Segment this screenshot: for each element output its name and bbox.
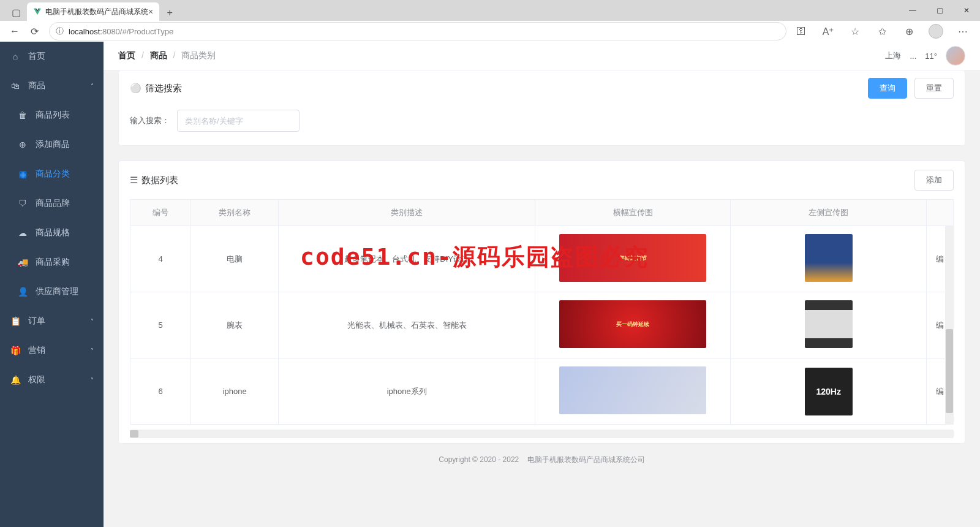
bag-icon: 🛍 [10,81,21,91]
breadcrumb-product[interactable]: 商品 [150,50,167,60]
maximize-button[interactable]: ▢ [926,0,953,21]
app-root: ⌂ 首页 🛍 商品 ˄ 🗑 商品列表 ⊕ 添加商品 ▦ 商品分类 ⛉ 商品品牌 [0,42,980,527]
list-icon: ☰ [130,175,138,186]
search-input[interactable] [177,110,300,132]
sidebar-item-label: 商品规格 [36,227,70,238]
side-image: 120Hz [805,368,853,415]
sidebar-item-label: 供应商管理 [36,286,78,297]
table-header-row: 编号 类别名称 类别描述 横幅宣传图 左侧宣传图 [130,200,954,226]
main-content: 首页 / 商品 / 商品类别 上海 ... 11° ⚪ 筛选搜索 [104,42,980,527]
url-path: /#/ProductType [120,27,173,36]
new-tab-button[interactable]: + [162,5,178,21]
sidebar-item-home[interactable]: ⌂ 首页 [0,42,104,71]
copyright-text: Copyright © 2020 - 2022 [439,455,519,464]
sidebar-item-label: 营销 [28,345,45,356]
tab-title: 电脑手机服装数码产品商城系统 [45,7,148,17]
sidebar-item-permission[interactable]: 🔔 权限 ˅ [0,365,104,395]
weather-dots: ... [910,51,916,61]
sidebar-item-product-purchase[interactable]: 🚚 商品采购 [7,248,104,277]
horizontal-scrollbar[interactable] [130,430,954,438]
sidebar-item-product[interactable]: 🛍 商品 ˄ [0,71,104,100]
sidebar-item-product-list[interactable]: 🗑 商品列表 [7,100,104,130]
more-menu-icon[interactable]: ⋯ [953,21,973,41]
footer: Copyright © 2020 - 2022 电脑手机服装数码产品商城系统公司 [118,444,965,471]
table-row: 6 iphone iphone系列 120Hz 编 [130,358,954,425]
vertical-scrollbar[interactable] [945,226,954,425]
url-input[interactable]: ⓘ localhost:8080/#/ProductType [49,22,786,40]
col-desc: 类别描述 [279,200,535,226]
list-card: ☰ 数据列表 添加 编号 类别名称 类别描述 [118,161,965,444]
cell-id: 6 [130,358,191,425]
weather-city: 上海 [885,50,901,61]
favorites-bar-icon[interactable]: ✩ [872,21,892,41]
sidebar-item-product-category[interactable]: ▦ 商品分类 [7,159,104,189]
favorite-icon[interactable]: ☆ [845,21,865,41]
cell-name: 腕表 [191,292,279,358]
vue-favicon-icon [33,7,42,16]
sidebar-item-label: 权限 [28,374,45,385]
home-icon: ⌂ [10,51,21,61]
cell-desc: 超多笔记本、台式机、支持DIY设计 [279,226,535,292]
company-name: 电脑手机服装数码产品商城系统公司 [527,455,645,464]
add-button[interactable]: 添加 [914,170,954,191]
shield-icon: ⛉ [17,199,28,208]
sidebar-item-product-brand[interactable]: ⛉ 商品品牌 [7,189,104,218]
url-host: localhost: [69,27,102,36]
search-input-label: 输入搜索： [130,115,170,126]
tab-overview-button[interactable]: ▢ [7,4,24,21]
sidebar-item-label: 添加商品 [36,139,70,150]
sidebar-item-marketing[interactable]: 🎁 营销 ˅ [0,336,104,365]
back-button[interactable]: ← [5,21,24,41]
sidebar-item-label: 商品采购 [36,257,70,268]
sidebar-item-label: 商品分类 [36,169,70,180]
cell-desc: iphone系列 [279,358,535,425]
topbar: 首页 / 商品 / 商品类别 上海 ... 11° [104,42,980,70]
window-controls: — ▢ ✕ [899,0,980,21]
breadcrumb-home[interactable]: 首页 [118,50,135,60]
cell-id: 5 [130,292,191,358]
col-action [926,200,953,226]
sidebar-item-product-spec[interactable]: ☁ 商品规格 [7,218,104,248]
refresh-button[interactable]: ⟳ [24,21,44,41]
browser-tab[interactable]: 电脑手机服装数码产品商城系统 × [27,2,159,21]
cell-name: 电脑 [191,226,279,292]
col-banner: 横幅宣传图 [535,200,730,226]
minimize-button[interactable]: — [899,0,926,21]
col-id: 编号 [130,200,191,226]
key-icon[interactable]: ⚿ [791,21,811,41]
search-button[interactable]: 查询 [868,78,907,99]
site-info-icon[interactable]: ⓘ [56,26,64,37]
cell-banner [535,358,730,425]
content-scroll[interactable]: ⚪ 筛选搜索 查询 重置 输入搜索： ☰ 数据列 [104,70,980,527]
chevron-down-icon: ˅ [91,347,94,354]
scroll-thumb[interactable] [946,329,953,412]
cell-side [731,292,926,358]
sidebar-item-supplier[interactable]: 👤 供应商管理 [7,277,104,306]
browser-chrome: ▢ 电脑手机服装数码产品商城系统 × + — ▢ ✕ ← ⟳ ⓘ localho… [0,0,980,42]
col-side: 左侧宣传图 [731,200,926,226]
table-row: 5 腕表 光能表、机械表、石英表、智能表 买一码钟延续 编 [130,292,954,358]
filter-card: ⚪ 筛选搜索 查询 重置 输入搜索： [118,70,965,146]
sidebar-item-label: 订单 [28,316,45,327]
sidebar-item-add-product[interactable]: ⊕ 添加商品 [7,130,104,159]
user-avatar[interactable] [946,46,965,66]
user-icon: 👤 [17,287,28,297]
sidebar: ⌂ 首页 🛍 商品 ˄ 🗑 商品列表 ⊕ 添加商品 ▦ 商品分类 ⛉ 商品品牌 [0,42,104,527]
close-icon[interactable]: × [148,7,153,17]
close-window-button[interactable]: ✕ [953,0,980,21]
filter-section-title: 筛选搜索 [145,83,182,94]
truck-icon: 🚚 [17,257,28,267]
clipboard-icon: 📋 [10,316,21,326]
text-size-icon[interactable]: A⁺ [818,21,838,41]
chevron-down-icon: ˅ [91,377,94,384]
cell-name: iphone [191,358,279,425]
data-table: 编号 类别名称 类别描述 横幅宣传图 左侧宣传图 4 电脑 [130,199,954,425]
breadcrumb-current: 商品类别 [181,50,216,60]
sidebar-item-order[interactable]: 📋 订单 ˅ [0,306,104,336]
tab-bar: ▢ 电脑手机服装数码产品商城系统 × + — ▢ ✕ [0,0,980,21]
collections-icon[interactable]: ⊕ [899,21,919,41]
scroll-thumb[interactable] [130,430,138,438]
profile-avatar[interactable] [926,21,946,41]
reset-button[interactable]: 重置 [914,78,954,99]
cell-side [731,226,926,292]
